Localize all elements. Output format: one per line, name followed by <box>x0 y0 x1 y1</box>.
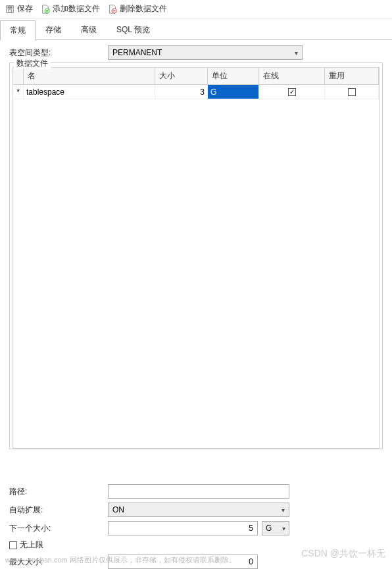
max-size-row: 最大大小: <box>9 555 383 569</box>
next-size-unit-select[interactable]: G ▾ <box>262 521 289 535</box>
col-reuse[interactable]: 重用 <box>325 68 379 84</box>
next-size-label: 下一个大小: <box>9 523 108 534</box>
tab-general[interactable]: 常规 <box>0 20 36 40</box>
row-name[interactable]: tablespace <box>24 85 155 99</box>
row-marker: * <box>13 85 24 99</box>
add-datafile-button[interactable]: 添加数据文件 <box>41 3 100 14</box>
svg-rect-2 <box>8 9 11 12</box>
row-unit-value: G <box>208 85 258 99</box>
row-size[interactable]: 3 <box>155 85 208 99</box>
tab-advanced[interactable]: 高级 <box>71 20 107 39</box>
path-input[interactable] <box>108 484 289 499</box>
row-reuse[interactable] <box>325 85 379 99</box>
add-file-label: 添加数据文件 <box>53 3 100 14</box>
datafiles-grid: 名 大小 单位 在线 重用 * tablespace 3 G ✓ <box>12 67 380 449</box>
toolbar: 保存 添加数据文件 删除数据文件 <box>0 0 392 18</box>
chevron-down-icon: ▾ <box>282 525 285 532</box>
tab-sql-preview[interactable]: SQL 预览 <box>107 20 160 39</box>
checkbox-unchecked-icon <box>9 541 17 549</box>
add-file-icon <box>41 5 50 14</box>
datafiles-legend: 数据文件 <box>14 58 51 69</box>
chevron-down-icon: ▾ <box>282 507 285 514</box>
col-name[interactable]: 名 <box>24 68 155 84</box>
tabstrip: 常规 存储 高级 SQL 预览 <box>0 20 392 40</box>
bottom-form: 路径: 自动扩展: ON ▾ 下一个大小: G ▾ 无上限 最大大小: <box>0 480 392 569</box>
autoextend-select[interactable]: ON ▾ <box>108 503 289 517</box>
grid-header: 名 大小 单位 在线 重用 <box>13 68 379 85</box>
autoextend-label: 自动扩展: <box>9 505 108 516</box>
save-icon <box>5 5 14 14</box>
table-row[interactable]: * tablespace 3 G ✓ <box>13 85 379 99</box>
datafiles-fieldset: 数据文件 名 大小 单位 在线 重用 * tablespace 3 G ✓ <box>9 62 383 449</box>
checkbox-unchecked-icon <box>348 88 356 96</box>
unlimited-checkbox[interactable]: 无上限 <box>9 539 108 551</box>
path-row: 路径: <box>9 484 383 499</box>
save-label: 保存 <box>17 3 33 14</box>
svg-rect-1 <box>8 6 12 9</box>
next-size-unit-value: G <box>266 524 272 533</box>
row-online[interactable]: ✓ <box>259 85 325 99</box>
max-size-label: 最大大小: <box>9 557 108 568</box>
col-size[interactable]: 大小 <box>155 68 208 84</box>
col-marker <box>13 68 24 84</box>
unlimited-row: 无上限 <box>9 539 383 551</box>
next-size-row: 下一个大小: G ▾ <box>9 521 383 535</box>
col-unit[interactable]: 单位 <box>208 68 259 84</box>
chevron-down-icon: ▾ <box>295 49 298 57</box>
delete-file-label: 删除数据文件 <box>120 3 167 14</box>
autoextend-row: 自动扩展: ON ▾ <box>9 503 383 517</box>
next-size-input[interactable] <box>108 521 258 535</box>
autoextend-value: ON <box>112 505 124 514</box>
checkbox-checked-icon: ✓ <box>288 88 296 96</box>
delete-datafile-button[interactable]: 删除数据文件 <box>108 3 167 14</box>
max-size-input[interactable] <box>108 555 258 569</box>
delete-file-icon <box>108 5 117 14</box>
unlimited-label: 无上限 <box>20 539 43 551</box>
tab-storage[interactable]: 存储 <box>36 20 71 39</box>
tablespace-type-value: PERMANENT <box>112 48 162 57</box>
save-button[interactable]: 保存 <box>5 3 33 14</box>
col-online[interactable]: 在线 <box>259 68 325 84</box>
tablespace-type-label: 表空间类型: <box>9 47 108 59</box>
path-label: 路径: <box>9 486 108 497</box>
tablespace-type-row: 表空间类型: PERMANENT ▾ <box>0 40 392 62</box>
row-unit-cell[interactable]: G <box>208 85 259 99</box>
tablespace-type-select[interactable]: PERMANENT ▾ <box>108 45 303 60</box>
